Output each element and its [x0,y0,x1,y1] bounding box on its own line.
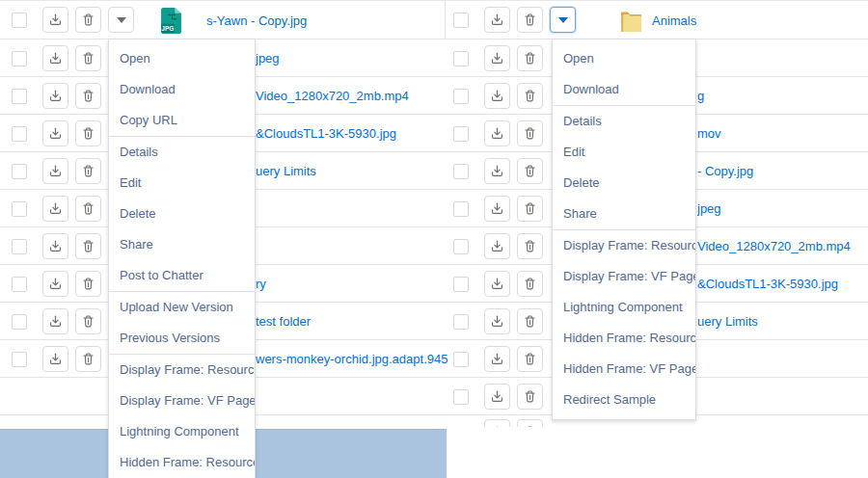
menu-item[interactable]: Details [109,136,255,168]
row-checkbox[interactable] [453,89,469,104]
row-checkbox[interactable] [453,164,469,179]
menu-item[interactable]: Edit [553,137,695,168]
delete-button[interactable] [517,158,543,184]
file-name-link[interactable]: s-Yawn - Copy.jpg [206,13,307,28]
download-button[interactable] [484,384,510,410]
file-name-link-fragment[interactable]: mov [697,126,865,141]
menu-item[interactable]: Open [109,43,255,74]
row-checkbox[interactable] [12,201,27,217]
delete-button[interactable] [517,233,543,259]
delete-button[interactable] [75,196,101,222]
menu-item[interactable]: Share [109,229,255,260]
download-button[interactable] [484,83,510,109]
file-name-link-fragment[interactable]: g [697,89,865,103]
row-checkbox[interactable] [12,126,27,142]
delete-button[interactable] [517,384,543,410]
download-button[interactable] [484,271,510,297]
menu-item[interactable]: Share [553,199,695,229]
delete-button[interactable] [75,308,101,334]
menu-item[interactable]: Delete [553,168,695,199]
row-checkbox[interactable] [12,277,27,292]
delete-button[interactable] [517,271,543,297]
file-name-link-fragment[interactable]: jpeg [697,201,865,216]
row-checkbox[interactable] [12,352,27,367]
menu-item[interactable]: Lightning Component [109,416,255,447]
download-button[interactable] [42,346,68,372]
delete-button[interactable] [75,7,101,33]
menu-item[interactable]: Upload New Version [109,291,255,323]
delete-button[interactable] [517,120,543,146]
download-button[interactable] [42,45,68,71]
file-name-link[interactable]: Animals [652,13,696,28]
download-button[interactable] [484,120,510,146]
file-name-link-fragment[interactable]: test folder [256,314,448,329]
row-checkbox[interactable] [453,201,469,217]
download-button[interactable] [484,419,510,427]
delete-button[interactable] [75,83,101,109]
delete-button[interactable] [517,45,543,71]
delete-button[interactable] [75,45,101,71]
delete-button[interactable] [517,346,543,372]
row-checkbox[interactable] [453,13,469,28]
row-checkbox[interactable] [453,352,469,367]
menu-item[interactable]: Delete [109,199,255,229]
row-checkbox[interactable] [453,389,469,405]
file-name-link-fragment[interactable]: jpeg [256,51,448,66]
download-button[interactable] [42,271,68,297]
menu-item[interactable]: Display Frame: VF Page [109,385,255,416]
download-button[interactable] [484,346,510,372]
download-button[interactable] [42,158,68,184]
delete-button[interactable] [75,346,101,372]
file-name-link-fragment[interactable]: &CloudsTL1-3K-5930.jpg [697,277,865,291]
delete-button[interactable] [517,196,543,222]
download-button[interactable] [484,7,510,33]
menu-item[interactable]: Details [553,105,695,137]
delete-button[interactable] [517,308,543,334]
menu-item[interactable]: Display Frame: VF Page [553,261,695,292]
menu-item[interactable]: Lightning Component [553,292,695,323]
row-menu-button[interactable] [108,7,134,33]
delete-button[interactable] [75,271,101,297]
delete-button[interactable] [75,120,101,146]
menu-item[interactable]: Download [109,74,255,105]
download-button[interactable] [484,308,510,334]
menu-item[interactable]: Display Frame: Resource [553,229,695,261]
row-checkbox[interactable] [12,89,27,104]
delete-button[interactable] [517,7,543,33]
download-button[interactable] [42,308,68,334]
row-checkbox[interactable] [453,239,469,254]
file-name-link-fragment[interactable]: &CloudsTL1-3K-5930.jpg [256,126,448,141]
download-button[interactable] [484,233,510,259]
menu-item[interactable]: Display Frame: Resource [109,354,255,385]
row-checkbox[interactable] [12,314,27,330]
delete-button[interactable] [75,158,101,184]
file-name-link-fragment[interactable]: Video_1280x720_2mb.mp4 [697,239,865,253]
row-menu-button[interactable] [550,7,576,33]
row-checkbox[interactable] [453,314,469,330]
row-checkbox[interactable] [453,126,469,142]
menu-item[interactable]: Redirect Sample [553,385,695,415]
file-name-link-fragment[interactable]: uery Limits [256,164,448,178]
menu-item[interactable]: Hidden Frame: Resource [109,447,255,478]
download-button[interactable] [42,233,68,259]
row-checkbox[interactable] [453,277,469,292]
menu-item[interactable]: Download [553,74,695,105]
menu-item[interactable]: Open [553,43,695,74]
download-button[interactable] [42,83,68,109]
file-name-link-fragment[interactable]: - Copy.jpg [697,164,865,178]
menu-item[interactable]: Post to Chatter [109,260,255,291]
file-name-link-fragment[interactable]: wers-monkey-orchid.jpg.adapt.945. [256,352,448,366]
menu-item[interactable]: Copy URL [109,105,255,136]
file-name-link-fragment[interactable]: ry [256,277,448,291]
menu-item[interactable]: Edit [109,168,255,199]
row-checkbox[interactable] [12,164,27,179]
file-name-link-fragment[interactable]: uery Limits [697,314,865,329]
file-name-link-fragment[interactable]: Video_1280x720_2mb.mp4 [256,89,448,103]
menu-item[interactable]: Previous Versions [109,323,255,354]
download-button[interactable] [42,7,68,33]
delete-button[interactable] [517,419,543,427]
download-button[interactable] [484,196,510,222]
menu-item[interactable]: Hidden Frame: VF Page [553,354,695,385]
row-checkbox[interactable] [12,13,27,28]
row-checkbox[interactable] [453,51,469,66]
